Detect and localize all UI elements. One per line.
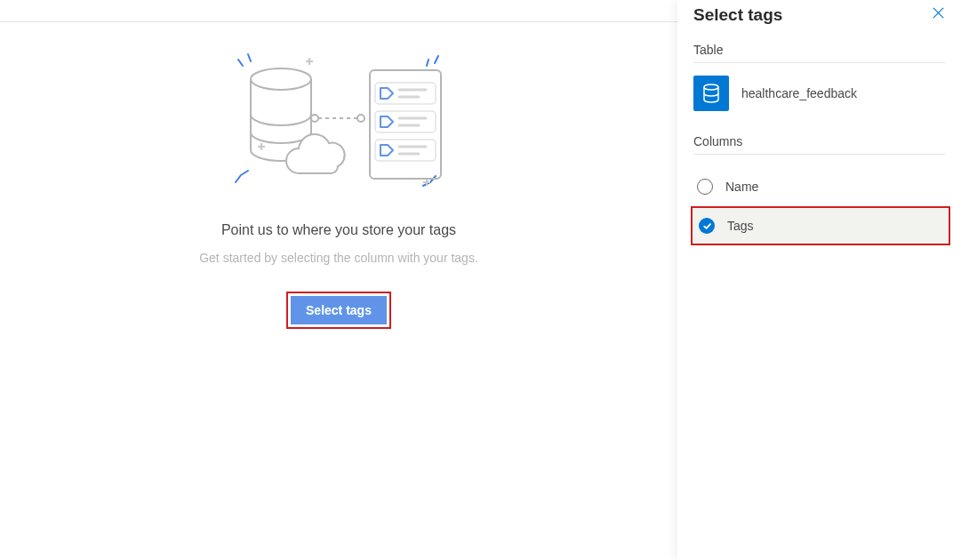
columns-section-label: Columns [693,134,945,148]
table-name: healthcare_feedback [741,86,857,100]
svg-point-1 [311,115,318,122]
select-tags-panel: Select tags Table healthcare_feedback Co… [677,0,961,560]
column-label: Name [725,180,758,194]
panel-header: Select tags [693,5,945,25]
svg-rect-4 [375,83,436,104]
divider [693,154,945,155]
main-subheading: Get started by selecting the column with… [199,251,478,265]
table-row[interactable]: healthcare_feedback [693,76,945,111]
column-row-name[interactable]: Name [693,167,945,206]
column-row-tags[interactable]: Tags [691,206,950,245]
main-content: Point us to where you store your tags Ge… [0,22,677,560]
select-tags-button-highlight: Select tags [286,292,391,329]
svg-point-7 [704,84,718,90]
svg-rect-6 [375,140,436,161]
database-icon [693,76,729,111]
close-icon[interactable] [932,6,945,24]
radio-checked-icon [699,218,715,234]
divider [693,62,945,63]
table-section-label: Table [693,43,945,57]
svg-point-2 [357,115,364,122]
main-heading: Point us to where you store your tags [221,222,456,238]
radio-unchecked-icon [697,179,713,195]
panel-title: Select tags [693,5,782,25]
svg-point-0 [251,68,311,90]
column-label: Tags [727,219,754,233]
select-tags-button[interactable]: Select tags [291,296,387,324]
database-to-list-illustration [219,40,459,196]
svg-rect-5 [375,111,436,132]
